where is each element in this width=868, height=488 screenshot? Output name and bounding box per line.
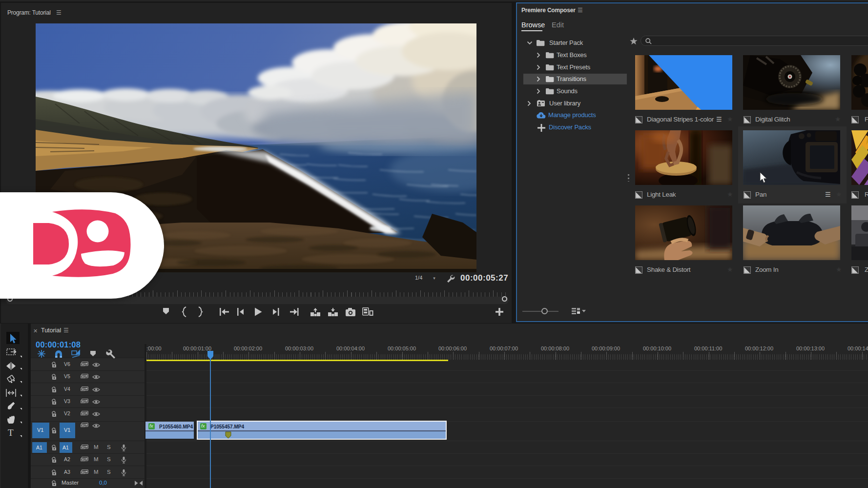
svg-text:T: T (8, 427, 14, 438)
